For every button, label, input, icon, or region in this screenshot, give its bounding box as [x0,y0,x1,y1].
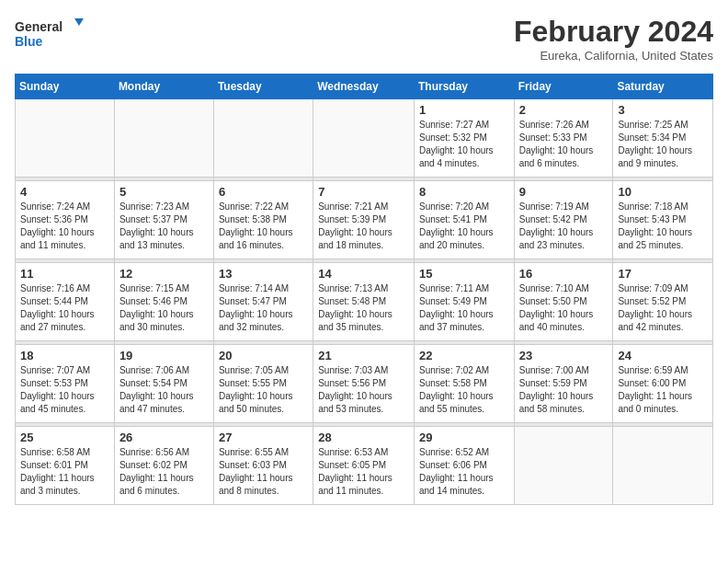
day-number: 26 [119,431,209,444]
day-number: 5 [119,185,209,199]
day-info: Sunrise: 7:23 AM Sunset: 5:37 PM Dayligh… [119,201,209,252]
day-number: 25 [20,431,109,444]
calendar-week-row: 4Sunrise: 7:24 AM Sunset: 5:36 PM Daylig… [16,181,713,259]
day-info: Sunrise: 7:26 AM Sunset: 5:33 PM Dayligh… [519,119,609,170]
day-number: 13 [219,267,308,281]
page-header: General Blue February 2024 Eureka, Calif… [15,15,713,63]
day-info: Sunrise: 7:16 AM Sunset: 5:44 PM Dayligh… [20,282,109,334]
calendar-cell [16,99,115,178]
calendar-cell: 23Sunrise: 7:00 AM Sunset: 5:59 PM Dayli… [514,345,613,423]
weekday-header: Thursday [414,75,514,99]
day-info: Sunrise: 7:21 AM Sunset: 5:39 PM Dayligh… [318,201,409,252]
calendar-cell: 20Sunrise: 7:05 AM Sunset: 5:55 PM Dayli… [213,345,313,423]
day-number: 12 [119,267,209,281]
day-info: Sunrise: 7:15 AM Sunset: 5:46 PM Dayligh… [119,282,209,334]
calendar-cell: 26Sunrise: 6:56 AM Sunset: 6:02 PM Dayli… [114,427,213,505]
calendar-cell [514,427,613,505]
day-info: Sunrise: 7:00 AM Sunset: 5:59 PM Dayligh… [519,364,609,416]
day-number: 9 [519,185,609,199]
calendar-cell: 13Sunrise: 7:14 AM Sunset: 5:47 PM Dayli… [213,263,313,341]
day-number: 28 [318,431,409,444]
day-info: Sunrise: 7:27 AM Sunset: 5:32 PM Dayligh… [419,119,509,170]
day-info: Sunrise: 6:53 AM Sunset: 6:05 PM Dayligh… [318,446,409,498]
day-number: 1 [419,103,509,117]
calendar-cell: 1Sunrise: 7:27 AM Sunset: 5:32 PM Daylig… [414,99,514,178]
weekday-header: Tuesday [213,75,313,99]
day-number: 8 [419,185,509,199]
calendar-cell: 17Sunrise: 7:09 AM Sunset: 5:52 PM Dayli… [613,263,713,341]
calendar-cell: 16Sunrise: 7:10 AM Sunset: 5:50 PM Dayli… [514,263,613,341]
day-info: Sunrise: 7:02 AM Sunset: 5:58 PM Dayligh… [419,364,509,416]
calendar-week-row: 11Sunrise: 7:16 AM Sunset: 5:44 PM Dayli… [16,263,713,341]
day-info: Sunrise: 7:13 AM Sunset: 5:48 PM Dayligh… [318,282,409,334]
calendar-cell: 12Sunrise: 7:15 AM Sunset: 5:46 PM Dayli… [114,263,213,341]
logo-svg: General Blue [15,15,88,52]
calendar-cell: 5Sunrise: 7:23 AM Sunset: 5:37 PM Daylig… [114,181,213,259]
calendar-cell: 10Sunrise: 7:18 AM Sunset: 5:43 PM Dayli… [613,181,713,259]
weekday-header: Monday [114,75,213,99]
calendar-cell: 3Sunrise: 7:25 AM Sunset: 5:34 PM Daylig… [613,99,713,178]
day-info: Sunrise: 7:14 AM Sunset: 5:47 PM Dayligh… [219,282,308,334]
calendar-cell: 14Sunrise: 7:13 AM Sunset: 5:48 PM Dayli… [313,263,415,341]
day-info: Sunrise: 7:19 AM Sunset: 5:42 PM Dayligh… [519,201,609,252]
calendar-cell: 24Sunrise: 6:59 AM Sunset: 6:00 PM Dayli… [613,345,713,423]
calendar-cell: 11Sunrise: 7:16 AM Sunset: 5:44 PM Dayli… [16,263,115,341]
calendar-cell: 21Sunrise: 7:03 AM Sunset: 5:56 PM Dayli… [313,345,415,423]
day-info: Sunrise: 7:18 AM Sunset: 5:43 PM Dayligh… [618,201,708,252]
calendar-cell: 29Sunrise: 6:52 AM Sunset: 6:06 PM Dayli… [414,427,514,505]
calendar-cell [213,99,313,178]
calendar-cell: 6Sunrise: 7:22 AM Sunset: 5:38 PM Daylig… [213,181,313,259]
day-info: Sunrise: 7:22 AM Sunset: 5:38 PM Dayligh… [219,201,308,252]
day-info: Sunrise: 7:05 AM Sunset: 5:55 PM Dayligh… [219,364,308,416]
day-number: 17 [618,267,708,281]
month-title: February 2024 [514,15,713,49]
day-info: Sunrise: 6:56 AM Sunset: 6:02 PM Dayligh… [119,446,209,498]
day-info: Sunrise: 7:10 AM Sunset: 5:50 PM Dayligh… [519,282,609,334]
day-info: Sunrise: 7:20 AM Sunset: 5:41 PM Dayligh… [419,201,509,252]
calendar-cell: 4Sunrise: 7:24 AM Sunset: 5:36 PM Daylig… [16,181,115,259]
calendar-week-row: 18Sunrise: 7:07 AM Sunset: 5:53 PM Dayli… [16,345,713,423]
day-info: Sunrise: 6:59 AM Sunset: 6:00 PM Dayligh… [618,364,708,416]
title-area: February 2024 Eureka, California, United… [514,15,713,63]
day-number: 11 [20,267,109,281]
day-number: 24 [618,349,708,362]
day-info: Sunrise: 7:07 AM Sunset: 5:53 PM Dayligh… [20,364,109,416]
calendar-cell: 19Sunrise: 7:06 AM Sunset: 5:54 PM Dayli… [114,345,213,423]
day-info: Sunrise: 7:03 AM Sunset: 5:56 PM Dayligh… [318,364,409,416]
weekday-header: Saturday [613,75,713,99]
calendar-week-row: 1Sunrise: 7:27 AM Sunset: 5:32 PM Daylig… [16,99,713,178]
day-number: 23 [519,349,609,362]
day-info: Sunrise: 7:11 AM Sunset: 5:49 PM Dayligh… [419,282,509,334]
day-info: Sunrise: 7:24 AM Sunset: 5:36 PM Dayligh… [20,201,109,252]
day-info: Sunrise: 6:55 AM Sunset: 6:03 PM Dayligh… [219,446,308,498]
day-number: 21 [318,349,409,362]
calendar-cell [613,427,713,505]
day-number: 2 [519,103,609,117]
location: Eureka, California, United States [514,49,713,63]
calendar-week-row: 25Sunrise: 6:58 AM Sunset: 6:01 PM Dayli… [16,427,713,505]
day-info: Sunrise: 7:25 AM Sunset: 5:34 PM Dayligh… [618,119,708,170]
weekday-header: Sunday [16,75,115,99]
day-number: 29 [419,431,509,444]
day-number: 22 [419,349,509,362]
day-number: 27 [219,431,308,444]
day-info: Sunrise: 6:58 AM Sunset: 6:01 PM Dayligh… [20,446,109,498]
weekday-header-row: SundayMondayTuesdayWednesdayThursdayFrid… [16,75,713,99]
day-number: 16 [519,267,609,281]
calendar-cell: 18Sunrise: 7:07 AM Sunset: 5:53 PM Dayli… [16,345,115,423]
logo: General Blue [15,15,88,52]
weekday-header: Wednesday [313,75,415,99]
calendar-cell: 25Sunrise: 6:58 AM Sunset: 6:01 PM Dayli… [16,427,115,505]
weekday-header: Friday [514,75,613,99]
day-number: 6 [219,185,308,199]
svg-text:Blue: Blue [15,34,43,49]
day-info: Sunrise: 7:09 AM Sunset: 5:52 PM Dayligh… [618,282,708,334]
calendar-cell: 22Sunrise: 7:02 AM Sunset: 5:58 PM Dayli… [414,345,514,423]
day-number: 7 [318,185,409,199]
day-number: 14 [318,267,409,281]
calendar-cell: 9Sunrise: 7:19 AM Sunset: 5:42 PM Daylig… [514,181,613,259]
calendar: SundayMondayTuesdayWednesdayThursdayFrid… [15,74,713,505]
calendar-cell: 8Sunrise: 7:20 AM Sunset: 5:41 PM Daylig… [414,181,514,259]
calendar-cell: 15Sunrise: 7:11 AM Sunset: 5:49 PM Dayli… [414,263,514,341]
day-number: 10 [618,185,708,199]
